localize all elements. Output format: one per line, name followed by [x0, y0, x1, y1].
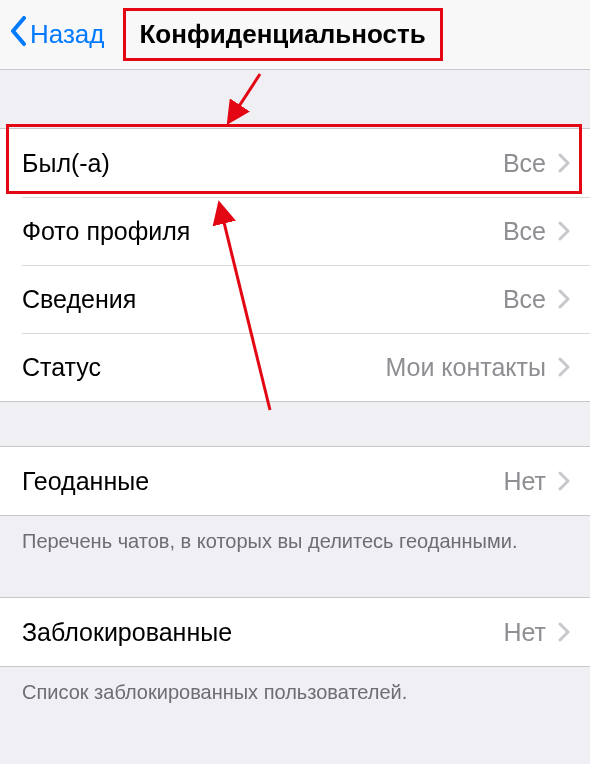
row-label: Сведения — [22, 285, 136, 314]
chevron-right-icon — [558, 153, 570, 173]
row-label: Геоданные — [22, 467, 149, 496]
chevron-right-icon — [558, 221, 570, 241]
page-title: Конфиденциальность — [140, 19, 426, 50]
title-highlight-box: Конфиденциальность — [123, 8, 443, 61]
row-last-seen[interactable]: Был(-а) Все — [0, 129, 590, 197]
row-blocked[interactable]: Заблокированные Нет — [0, 598, 590, 666]
row-value: Нет — [503, 618, 546, 647]
back-label: Назад — [30, 19, 105, 50]
row-label: Статус — [22, 353, 101, 382]
row-label: Фото профиля — [22, 217, 190, 246]
row-value: Все — [503, 217, 546, 246]
back-button[interactable]: Назад — [10, 16, 105, 53]
settings-group-location: Геоданные Нет — [0, 446, 590, 516]
chevron-right-icon — [558, 471, 570, 491]
row-label: Заблокированные — [22, 618, 232, 647]
navbar: Назад Конфиденциальность — [0, 0, 590, 70]
annotation-arrow-icon — [220, 70, 280, 130]
row-status[interactable]: Статус Мои контакты — [0, 333, 590, 401]
row-value: Мои контакты — [385, 353, 546, 382]
row-live-location[interactable]: Геоданные Нет — [0, 447, 590, 515]
group-footer: Список заблокированных пользователей. — [0, 667, 590, 704]
chevron-right-icon — [558, 622, 570, 642]
row-value: Нет — [503, 467, 546, 496]
chevron-right-icon — [558, 357, 570, 377]
settings-group-blocked: Заблокированные Нет — [0, 597, 590, 667]
row-about[interactable]: Сведения Все — [0, 265, 590, 333]
row-label: Был(-а) — [22, 149, 110, 178]
group-footer: Перечень чатов, в которых вы делитесь ге… — [0, 516, 590, 553]
row-value: Все — [503, 285, 546, 314]
svg-line-0 — [230, 74, 260, 120]
row-value: Все — [503, 149, 546, 178]
row-profile-photo[interactable]: Фото профиля Все — [0, 197, 590, 265]
chevron-right-icon — [558, 289, 570, 309]
settings-group-visibility: Был(-а) Все Фото профиля Все Сведения Вс… — [0, 128, 590, 402]
chevron-left-icon — [10, 16, 30, 53]
